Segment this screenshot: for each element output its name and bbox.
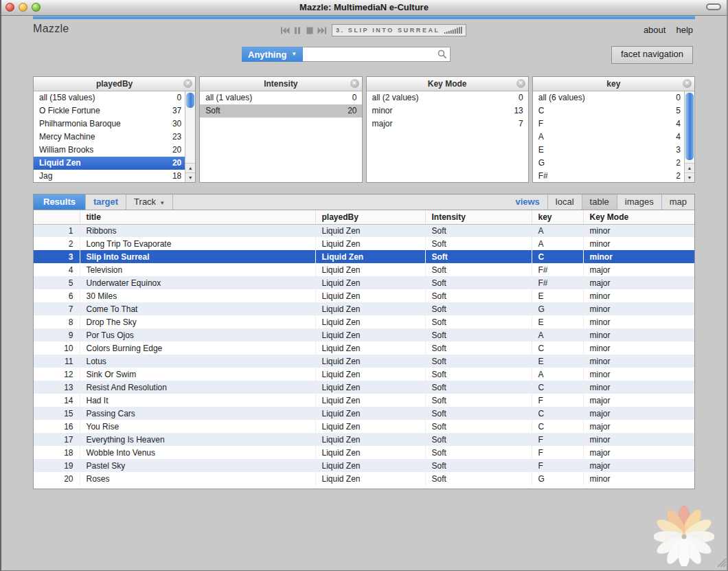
- table-row[interactable]: 630 MilesLiquid ZenSoftEminor: [34, 289, 694, 302]
- tab-local[interactable]: local: [548, 194, 582, 210]
- facet-item[interactable]: Soft20: [200, 104, 361, 117]
- table-row[interactable]: 10Colors Burning EdgeLiquid ZenSoftCmino…: [34, 342, 694, 355]
- table-row[interactable]: 9Por Tus OjosLiquid ZenSoftAminor: [34, 328, 694, 342]
- scroll-down-button[interactable]: ▼: [185, 172, 195, 182]
- table-row[interactable]: 5Underwater EquinoxLiquid ZenSoftF#major: [34, 276, 694, 289]
- table-row[interactable]: 3Slip Into SurrealLiquid ZenSoftCminor: [34, 250, 694, 263]
- zoom-window-button[interactable]: [32, 3, 41, 12]
- search-scope-dropdown[interactable]: Anything ▼: [242, 47, 303, 62]
- facet-navigation-button[interactable]: facet navigation: [611, 46, 693, 64]
- cell-played: Liquid Zen: [315, 263, 425, 276]
- facet-item-count: 13: [514, 104, 523, 117]
- facet-item[interactable]: E3: [533, 144, 694, 157]
- cell-num: 18: [34, 446, 80, 459]
- tab-table[interactable]: table: [582, 194, 617, 210]
- facet-item[interactable]: C5: [533, 104, 694, 117]
- facet-item-label: Mercy Machine: [39, 131, 172, 144]
- search-input[interactable]: [303, 47, 451, 62]
- table-row[interactable]: 7Come To ThatLiquid ZenSoftGminor: [34, 302, 694, 315]
- close-icon[interactable]: ✕: [683, 79, 692, 88]
- cell-intensity: Soft: [425, 394, 532, 407]
- previous-track-button[interactable]: [280, 26, 290, 35]
- cell-num: 1: [34, 224, 80, 237]
- cell-played: Liquid Zen: [315, 250, 425, 263]
- table-row[interactable]: 13Resist And ResolutionLiquid ZenSoftCmi…: [34, 381, 694, 394]
- cell-num: 16: [34, 420, 80, 433]
- cell-intensity: Soft: [425, 250, 532, 263]
- facet-item-label: all (6 values): [538, 91, 676, 104]
- table-row[interactable]: 14Had ItLiquid ZenSoftFmajor: [34, 394, 694, 407]
- facet-item[interactable]: A4: [533, 131, 694, 144]
- cell-key: G: [532, 302, 583, 315]
- cell-played: Liquid Zen: [315, 328, 425, 342]
- table-row[interactable]: 12Sink Or SwimLiquid ZenSoftAminor: [34, 368, 694, 381]
- scroll-up-button[interactable]: ▲: [685, 163, 694, 172]
- table-row[interactable]: 11LotusLiquid ZenSoftEminor: [34, 355, 694, 368]
- column-header-title[interactable]: title: [80, 210, 315, 224]
- column-header-playedby[interactable]: playedBy: [315, 210, 425, 224]
- help-link[interactable]: help: [676, 25, 693, 35]
- facet-scrollbar[interactable]: ▲ ▼: [185, 91, 195, 182]
- toolbar-toggle-button[interactable]: [706, 3, 721, 10]
- tab-target[interactable]: target: [86, 194, 126, 210]
- facet-item-count: 18: [172, 170, 181, 183]
- cell-key: A: [532, 237, 583, 250]
- pause-button[interactable]: [292, 26, 302, 35]
- tab-track-dropdown[interactable]: Track▼: [126, 194, 173, 210]
- close-icon[interactable]: ✕: [350, 79, 359, 88]
- results-table: title playedBy Intensity key Key Mode 1R…: [34, 210, 694, 485]
- facet-item-label: all (158 values): [39, 91, 177, 104]
- facet-item[interactable]: Philharmonia Baroque30: [34, 117, 195, 131]
- table-row[interactable]: 4TelevisionLiquid ZenSoftF#major: [34, 263, 694, 276]
- facet-item[interactable]: major7: [367, 117, 528, 131]
- close-icon[interactable]: ✕: [516, 79, 525, 88]
- stop-button[interactable]: [304, 26, 315, 35]
- next-track-button[interactable]: [317, 26, 327, 35]
- scroll-up-button[interactable]: ▲: [185, 163, 195, 172]
- scrollbar-thumb[interactable]: [186, 93, 194, 108]
- close-window-button[interactable]: [5, 3, 14, 12]
- table-row[interactable]: 18Wobble Into VenusLiquid ZenSoftFmajor: [34, 446, 694, 459]
- table-row[interactable]: 2Long Trip To EvaporateLiquid ZenSoftAmi…: [34, 237, 694, 250]
- tab-results[interactable]: Results: [34, 194, 86, 210]
- facet-item[interactable]: F#2: [533, 170, 694, 183]
- facet-item[interactable]: all (1 values)0: [200, 91, 361, 104]
- facet-item[interactable]: William Brooks20: [34, 144, 195, 157]
- facet-item[interactable]: O Fickle Fortune37: [34, 104, 195, 117]
- close-icon[interactable]: ✕: [183, 79, 192, 88]
- facet-header: playedBy ✕: [34, 77, 195, 91]
- facet-item[interactable]: F4: [533, 117, 694, 131]
- facet-item[interactable]: all (2 values)0: [367, 91, 528, 104]
- table-row[interactable]: 17Everything Is HeavenLiquid ZenSoftFmin…: [34, 433, 694, 446]
- facet-item[interactable]: all (158 values)0: [34, 91, 195, 104]
- facet-scrollbar[interactable]: ▲ ▼: [684, 91, 694, 182]
- facet-item[interactable]: Mercy Machine23: [34, 131, 195, 144]
- table-row[interactable]: 16You RiseLiquid ZenSoftCmajor: [34, 420, 694, 433]
- facet-item[interactable]: Liquid Zen20: [34, 157, 195, 170]
- resize-grip[interactable]: [716, 557, 726, 570]
- cell-key: E: [532, 355, 583, 368]
- facet-item[interactable]: G2: [533, 157, 694, 170]
- cell-played: Liquid Zen: [315, 459, 425, 472]
- about-link[interactable]: about: [644, 25, 666, 35]
- cell-mode: minor: [583, 342, 694, 355]
- scroll-down-button[interactable]: ▼: [685, 172, 694, 182]
- scrollbar-thumb[interactable]: [685, 93, 694, 160]
- table-row[interactable]: 15Passing CarsLiquid ZenSoftCmajor: [34, 407, 694, 420]
- table-row[interactable]: 19Pastel SkyLiquid ZenSoftFmajor: [34, 459, 694, 472]
- table-row[interactable]: 8Drop The SkyLiquid ZenSoftEminor: [34, 315, 694, 328]
- minimize-window-button[interactable]: [19, 3, 27, 12]
- column-header-intensity[interactable]: Intensity: [425, 210, 532, 224]
- tab-map[interactable]: map: [662, 194, 694, 210]
- column-header-index[interactable]: [34, 210, 80, 224]
- table-row[interactable]: 20RosesLiquid ZenSoftGminor: [34, 472, 694, 485]
- column-header-key[interactable]: key: [532, 210, 583, 224]
- facet-item[interactable]: all (6 values)0: [533, 91, 694, 104]
- tab-images[interactable]: images: [617, 194, 662, 210]
- cell-key: F: [532, 394, 583, 407]
- facet-item[interactable]: Jag18: [34, 170, 195, 183]
- facet-item[interactable]: minor13: [367, 104, 528, 117]
- column-header-keymode[interactable]: Key Mode: [583, 210, 694, 224]
- cell-num: 7: [34, 302, 80, 315]
- table-row[interactable]: 1RibbonsLiquid ZenSoftAminor: [34, 224, 694, 237]
